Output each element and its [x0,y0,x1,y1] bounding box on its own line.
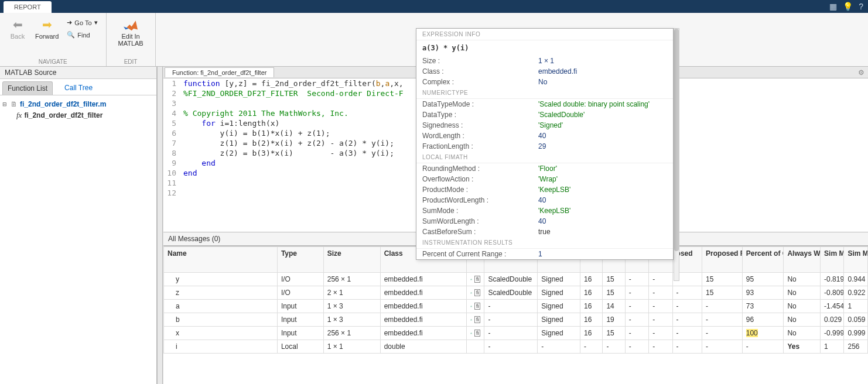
gear-icon[interactable]: ⚙ [858,68,864,77]
table-cell: embedded.fi [380,327,466,340]
code-tab[interactable]: Function: fi_2nd_order_df2t_filter [165,67,274,77]
table-header[interactable]: Name [164,247,278,273]
table-cell: 100 [742,327,784,340]
goto-button[interactable]: ➜ Go To ▾ [64,18,100,28]
back-button[interactable]: ⬅ Back [6,15,29,42]
function-tree: ⊟ 🗎 fi_2nd_order_df2t_filter.m fx fi_2nd… [0,95,156,125]
table-header[interactable]: Proposed FL [702,247,743,273]
tip-header-nt: NUMERICTYPE [416,87,673,99]
table-cell: Signed [538,300,580,313]
table-cell: No [784,300,821,313]
table-cell: y [164,273,278,286]
table-cell: - [625,340,648,354]
table-cell: fi [467,286,484,300]
table-cell: 256 × 1 [323,273,380,286]
table-cell: - [484,340,538,354]
bulb-icon[interactable]: 💡 [843,2,853,11]
table-row[interactable]: iLocal1 × 1double---------Yes1256 [164,340,868,354]
table-cell: - [580,340,603,354]
table-cell: 1 [821,340,844,354]
table-cell: embedded.fi [380,300,466,313]
table-cell: -0.809 [821,286,844,300]
file-icon: 🗎 [11,100,18,108]
table-cell: 0.944 [844,273,868,286]
tooltip-row: WordLength :40 [416,131,673,141]
table-cell: fi [467,300,484,313]
edit-in-matlab-button[interactable]: Edit In MATLAB [112,15,149,49]
tip-header-expr: EXPRESSION INFO [416,29,673,40]
table-cell: 0.922 [844,286,868,300]
table-header[interactable]: Sim Min [821,247,844,273]
table-cell: 15 [702,286,743,300]
grid-icon[interactable]: ▦ [829,2,837,11]
table-cell: -0.999 [821,327,844,340]
tree-func-row[interactable]: fx fi_2nd_order_df2t_filter [2,109,154,121]
table-header[interactable]: Sim Max [844,247,868,273]
tab-function-list[interactable]: Function List [2,81,53,95]
vertical-splitter[interactable] [157,67,163,384]
expression-tooltip: EXPRESSION INFO a(3) * y(i) Size :1 × 1C… [416,28,674,260]
table-cell: 1 × 3 [323,313,380,327]
tooltip-row: CastBeforeSum :true [416,227,673,237]
tree-file-row[interactable]: ⊟ 🗎 fi_2nd_order_df2t_filter.m [2,99,154,109]
table-cell: 16 [580,313,603,327]
table-cell: 15 [702,273,743,286]
table-row[interactable]: yI/O256 × 1embedded.fifiScaledDoubleSign… [164,273,868,286]
table-row[interactable]: bInput1 × 3embedded.fifi-Signed1619----9… [164,313,868,327]
table-cell: 93 [742,286,784,300]
table-cell: fi [467,313,484,327]
forward-button[interactable]: ➡ Forward [32,15,62,42]
tooltip-row: ProductWordLength :40 [416,195,673,205]
scrollbar-thumb[interactable] [674,29,679,251]
tooltip-row: Class :embedded.fi [416,66,673,77]
tooltip-row: Percent of Current Range :1 [416,249,673,259]
panel-title: MATLAB Source [0,67,156,79]
table-cell: - [672,327,702,340]
table-cell: - [702,340,743,354]
tab-report[interactable]: REPORT [4,1,52,13]
table-cell: 256 [844,340,868,354]
goto-icon: ➜ [67,19,72,26]
table-cell: 2 × 1 [323,286,380,300]
tooltip-scrollbar[interactable] [674,28,679,281]
tree-collapse-icon[interactable]: ⊟ [2,101,8,107]
table-cell: - [742,340,784,354]
navigate-group-label: NAVIGATE [6,57,100,66]
table-cell: No [784,273,821,286]
table-cell: - [702,300,743,313]
table-header[interactable]: Type [277,247,323,273]
table-cell: 15 [603,327,625,340]
table-cell: Signed [538,313,580,327]
table-cell: 1 × 3 [323,300,380,313]
table-cell: -0.819 [821,273,844,286]
table-row[interactable]: aInput1 × 3embedded.fifi-Signed1614----7… [164,300,868,313]
table-row[interactable]: zI/O2 × 1embedded.fifiScaledDoubleSigned… [164,286,868,300]
tip-header-fm: LOCAL FIMATH [416,152,673,163]
table-header[interactable]: Percent of Current Range [742,247,784,273]
table-cell: b [164,313,278,327]
tab-call-tree[interactable]: Call Tree [60,81,97,95]
table-cell: ScaledDouble [484,273,538,286]
help-icon[interactable]: ? [859,2,863,11]
table-cell: Yes [784,340,821,354]
table-cell: 15 [603,273,625,286]
table-cell: 16 [580,300,603,313]
table-header[interactable]: Size [323,247,380,273]
edit-label: Edit In MATLAB [118,33,143,47]
find-button[interactable]: 🔍 Find [64,30,100,40]
source-panel: MATLAB Source Function List Call Tree ⊟ … [0,67,157,384]
table-cell: - [538,340,580,354]
table-cell: Input [277,300,323,313]
table-row[interactable]: xInput256 × 1embedded.fifi-Signed1615---… [164,327,868,340]
title-bar: REPORT ▦ 💡 ? [0,0,868,13]
tree-file-label: fi_2nd_order_df2t_filter.m [20,100,106,108]
table-cell: 0.999 [844,327,868,340]
tooltip-row: RoundingMethod :'Floor' [416,163,673,174]
search-icon: 🔍 [67,31,75,39]
table-header[interactable]: Always Whole Number [784,247,821,273]
tree-func-label: fi_2nd_order_df2t_filter [24,111,102,119]
tooltip-row: ProductMode :'KeepLSB' [416,184,673,195]
table-cell: 95 [742,273,784,286]
table-cell: - [625,300,648,313]
table-cell: a [164,300,278,313]
